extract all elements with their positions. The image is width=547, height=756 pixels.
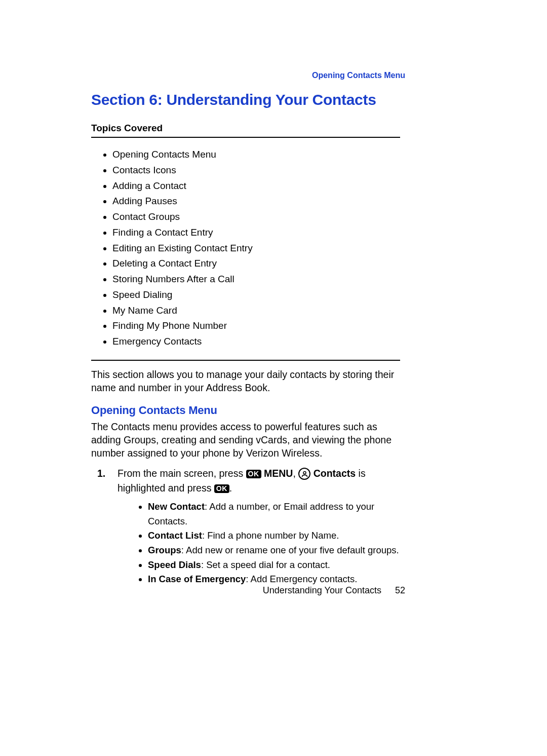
step-sublist: New Contact: Add a number, or Email addr… [118,500,407,587]
running-header: Opening Contacts Menu [312,71,405,80]
topic-item: Contact Groups [112,209,456,225]
subsection-heading: Opening Contacts Menu [91,404,456,417]
sub-item-desc: : Add new or rename one of your five def… [181,545,399,555]
sub-item: Speed Dials: Set a speed dial for a cont… [148,558,407,573]
menu-label: MENU [264,468,293,479]
topic-item: Adding Pauses [112,194,456,209]
contacts-icon [298,468,310,480]
page-number: 52 [395,585,405,595]
topic-item: Storing Numbers After a Call [112,272,456,287]
topic-item: Deleting a Contact Entry [112,256,456,272]
sub-item: New Contact: Add a number, or Email addr… [148,500,407,528]
page: Opening Contacts Menu Section 6: Underst… [0,0,547,756]
sub-item-term: In Case of Emergency [148,574,246,584]
page-footer: Understanding Your Contacts 52 [263,585,405,596]
contacts-label: Contacts [314,468,356,479]
divider-top [91,137,400,138]
sub-item: Contact List: Find a phone number by Nam… [148,528,407,543]
comma: , [293,468,298,479]
topic-item: Finding My Phone Number [112,318,456,334]
topics-list: Opening Contacts Menu Contacts Icons Add… [91,147,456,350]
topic-item: Opening Contacts Menu [112,147,456,163]
ok-button-icon: OK [246,470,261,478]
section-intro: This section allows you to manage your d… [91,368,400,395]
svg-point-0 [303,471,306,474]
divider-bottom [91,360,400,361]
topic-item: Emergency Contacts [112,334,456,350]
section-title: Section 6: Understanding Your Contacts [91,91,456,108]
period: . [229,482,232,494]
sub-item-term: Contact List [148,530,202,541]
topics-covered-label: Topics Covered [91,123,456,134]
sub-item-desc: : Set a speed dial for a contact. [201,559,330,570]
sub-item: In Case of Emergency: Add Emergency cont… [148,572,407,587]
ok-button-icon: OK [214,484,229,493]
subsection-paragraph: The Contacts menu provides access to pow… [91,420,405,460]
topic-item: Speed Dialing [112,287,456,303]
sub-item: Groups: Add new or rename one of your fi… [148,543,407,558]
sub-item-term: Speed Dials [148,559,201,570]
step-number: 1. [97,466,105,481]
sub-item-term: New Contact [148,501,205,512]
topic-item: Contacts Icons [112,163,456,178]
topic-item: Finding a Contact Entry [112,225,456,241]
footer-text: Understanding Your Contacts [263,585,381,595]
steps-list: 1. From the main screen, press OK MENU, … [91,466,407,587]
step-1: 1. From the main screen, press OK MENU, … [108,466,407,587]
sub-item-desc: : Add Emergency contacts. [246,574,357,584]
topic-item: My Name Card [112,303,456,319]
topic-item: Adding a Contact [112,178,456,194]
sub-item-term: Groups [148,545,181,555]
topic-item: Editing an Existing Contact Entry [112,241,456,256]
step-text-pre: From the main screen, press [118,468,246,479]
sub-item-desc: : Find a phone number by Name. [202,530,339,541]
